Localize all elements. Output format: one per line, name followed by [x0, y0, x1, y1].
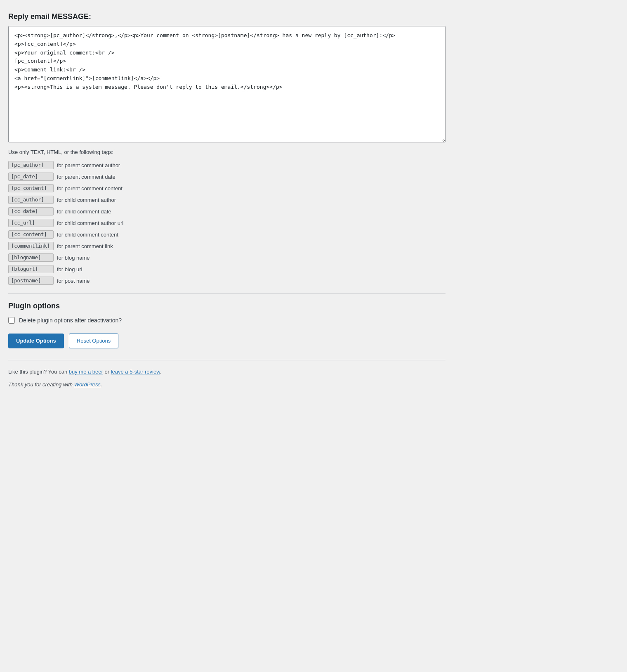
tag-description: for child comment date [57, 208, 111, 215]
tag-row: [commentlink]for parent comment link [8, 242, 446, 250]
tag-badge: [pc_author] [8, 161, 54, 169]
tag-badge: [cc_url] [8, 219, 54, 227]
footer-or-text: or [103, 369, 111, 375]
tag-description: for parent comment content [57, 185, 123, 192]
plugin-options-section: Plugin options Delete plugin options aft… [8, 302, 446, 348]
tag-badge: [cc_content] [8, 230, 54, 239]
update-options-button[interactable]: Update Options [8, 334, 64, 348]
footer-like-text: Like this plugin? You can buy me a beer … [8, 369, 446, 375]
tag-badge: [cc_author] [8, 196, 54, 204]
review-link[interactable]: leave a 5-star review [111, 369, 160, 375]
tag-description: for child comment author url [57, 220, 123, 226]
tag-badge: [pc_content] [8, 184, 54, 192]
message-textarea-wrapper: <p><strong>[pc_author]</strong>,</p><p>Y… [8, 26, 446, 142]
tag-row: [cc_content]for child comment content [8, 230, 446, 239]
tag-row: [cc_url]for child comment author url [8, 219, 446, 227]
tag-description: for child comment content [57, 232, 118, 238]
delete-options-checkbox[interactable] [8, 317, 15, 324]
tag-badge: [postname] [8, 277, 54, 285]
tag-description: for child comment author [57, 197, 116, 203]
tag-row: [postname]for post name [8, 277, 446, 285]
tag-description: for blog name [57, 255, 90, 261]
footer-like-prefix: Like this plugin? You can [8, 369, 69, 375]
tag-row: [blogurl]for blog url [8, 265, 446, 273]
tag-row: [pc_date]for parent comment date [8, 173, 446, 181]
help-text: Use only TEXT, HTML, or the following ta… [8, 149, 446, 155]
thank-you-prefix: Thank you for creating with [8, 381, 74, 388]
tags-list: [pc_author]for parent comment author[pc_… [8, 161, 446, 285]
reply-email-section: Reply email MESSAGE: <p><strong>[pc_auth… [8, 12, 446, 285]
footer-thank-you: Thank you for creating with WordPress. [8, 381, 446, 388]
tag-row: [pc_author]for parent comment author [8, 161, 446, 169]
message-textarea[interactable]: <p><strong>[pc_author]</strong>,</p><p>Y… [9, 26, 445, 142]
page-container: Reply email MESSAGE: <p><strong>[pc_auth… [8, 8, 446, 392]
tag-badge: [cc_date] [8, 207, 54, 215]
tag-description: for parent comment author [57, 162, 120, 168]
tag-badge: [commentlink] [8, 242, 54, 250]
tag-row: [pc_content]for parent comment content [8, 184, 446, 192]
footer-section: Like this plugin? You can buy me a beer … [8, 369, 446, 388]
tag-description: for parent comment date [57, 174, 116, 180]
footer-divider [8, 360, 446, 360]
action-buttons-row: Update Options Reset Options [8, 334, 446, 348]
section-divider [8, 293, 446, 293]
buy-beer-link[interactable]: buy me a beer [69, 369, 103, 375]
delete-options-row: Delete plugin options after deactivation… [8, 317, 446, 324]
tag-description: for blog url [57, 266, 82, 272]
tag-badge: [blogname] [8, 253, 54, 262]
thank-you-end: . [101, 381, 102, 388]
footer-period: . [160, 369, 162, 375]
tag-description: for post name [57, 278, 90, 284]
tag-description: for parent comment link [57, 243, 113, 249]
tag-row: [cc_date]for child comment date [8, 207, 446, 215]
tag-row: [blogname]for blog name [8, 253, 446, 262]
tag-badge: [pc_date] [8, 173, 54, 181]
wordpress-link[interactable]: WordPress [74, 381, 101, 388]
reply-email-title: Reply email MESSAGE: [8, 12, 446, 21]
tag-badge: [blogurl] [8, 265, 54, 273]
reset-options-button[interactable]: Reset Options [69, 334, 118, 348]
tag-row: [cc_author]for child comment author [8, 196, 446, 204]
delete-options-label[interactable]: Delete plugin options after deactivation… [19, 317, 122, 324]
plugin-options-title: Plugin options [8, 302, 446, 310]
